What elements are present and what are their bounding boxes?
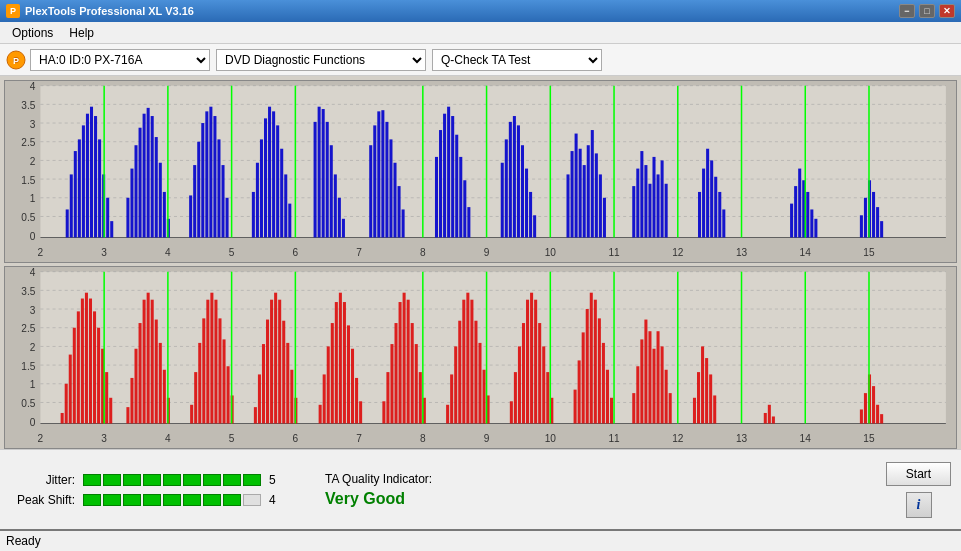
svg-rect-55: [151, 116, 154, 237]
svg-rect-57: [159, 163, 162, 238]
svg-rect-306: [657, 331, 660, 423]
svg-rect-131: [657, 174, 660, 237]
svg-rect-254: [351, 349, 354, 424]
jitter-segment-8: [243, 474, 261, 486]
svg-text:5: 5: [229, 431, 235, 444]
svg-rect-80: [314, 122, 317, 238]
svg-rect-314: [709, 374, 712, 423]
svg-rect-225: [194, 372, 197, 423]
svg-rect-280: [514, 372, 517, 423]
svg-rect-266: [419, 372, 422, 423]
svg-rect-298: [606, 370, 609, 424]
svg-rect-86: [338, 198, 341, 238]
jitter-segment-1: [103, 474, 121, 486]
svg-rect-322: [872, 386, 875, 423]
menu-options[interactable]: Options: [4, 24, 61, 42]
svg-rect-217: [143, 300, 146, 424]
svg-text:2: 2: [38, 431, 44, 444]
svg-rect-235: [254, 407, 257, 423]
svg-rect-305: [652, 349, 655, 424]
svg-rect-85: [334, 174, 337, 237]
svg-rect-108: [509, 122, 512, 238]
info-button[interactable]: i: [906, 492, 932, 518]
svg-rect-100: [447, 107, 450, 238]
title-bar-controls[interactable]: − □ ✕: [899, 4, 955, 18]
status-bar: Ready: [0, 529, 961, 551]
svg-rect-124: [603, 198, 606, 238]
menu-help[interactable]: Help: [61, 24, 102, 42]
svg-rect-287: [542, 346, 545, 423]
svg-rect-219: [151, 300, 154, 424]
test-select[interactable]: Q-Check TA Test: [432, 49, 602, 71]
svg-rect-113: [529, 192, 532, 238]
svg-rect-269: [450, 374, 453, 423]
top-chart-svg: 4 3.5 3 2.5 2 1.5 1 0.5 0 2 3 4 5 6 7 8 …: [5, 81, 956, 262]
svg-text:P: P: [13, 56, 19, 66]
svg-rect-295: [594, 300, 597, 424]
start-button[interactable]: Start: [886, 462, 951, 486]
svg-rect-271: [458, 321, 461, 424]
svg-rect-236: [258, 374, 261, 423]
jitter-segment-5: [183, 474, 201, 486]
svg-text:6: 6: [293, 245, 299, 258]
svg-rect-79: [288, 204, 291, 238]
close-button[interactable]: ✕: [939, 4, 955, 18]
svg-text:5: 5: [229, 245, 235, 258]
svg-rect-227: [202, 318, 205, 423]
drive-select[interactable]: HA:0 ID:0 PX-716A: [30, 49, 210, 71]
svg-rect-297: [602, 343, 605, 424]
svg-rect-207: [89, 299, 92, 424]
svg-rect-40: [78, 139, 81, 237]
svg-rect-132: [661, 160, 664, 237]
svg-rect-205: [81, 299, 84, 424]
bottom-bar: Jitter: 5 Peak Shift: 4 TA Quality Indic…: [0, 449, 961, 529]
svg-rect-142: [794, 186, 797, 237]
svg-text:2: 2: [38, 245, 44, 258]
svg-rect-103: [459, 157, 462, 238]
info-icon: i: [917, 497, 921, 513]
svg-rect-200: [61, 413, 64, 424]
svg-rect-94: [393, 163, 396, 238]
svg-rect-212: [109, 398, 112, 424]
svg-text:1.5: 1.5: [21, 359, 35, 372]
svg-rect-231: [218, 318, 221, 423]
svg-rect-233: [227, 366, 230, 423]
svg-rect-38: [70, 174, 73, 237]
svg-text:13: 13: [736, 245, 747, 258]
svg-rect-279: [510, 401, 513, 423]
title-bar-left: P PlexTools Professional XL V3.16: [6, 4, 194, 18]
svg-rect-105: [467, 207, 470, 237]
svg-text:14: 14: [800, 431, 811, 444]
svg-rect-48: [110, 221, 113, 237]
menu-bar: Options Help: [0, 22, 961, 44]
peak-shift-segment-1: [103, 494, 121, 506]
svg-text:10: 10: [545, 245, 556, 258]
svg-rect-216: [139, 323, 142, 423]
svg-rect-44: [94, 116, 97, 237]
svg-text:1: 1: [30, 192, 36, 205]
maximize-button[interactable]: □: [919, 4, 935, 18]
svg-rect-117: [575, 134, 578, 238]
function-select[interactable]: DVD Diagnostic Functions: [216, 49, 426, 71]
svg-rect-135: [702, 169, 705, 238]
svg-rect-276: [478, 343, 481, 424]
svg-rect-260: [395, 323, 398, 423]
svg-rect-42: [86, 114, 89, 238]
peak-shift-segment-3: [143, 494, 161, 506]
minimize-button[interactable]: −: [899, 4, 915, 18]
metrics-left: Jitter: 5 Peak Shift: 4: [10, 473, 285, 507]
svg-rect-76: [276, 125, 279, 237]
svg-rect-139: [718, 192, 721, 238]
svg-rect-300: [632, 393, 635, 423]
jitter-row: Jitter: 5: [10, 473, 285, 487]
svg-rect-148: [860, 215, 863, 237]
svg-text:0.5: 0.5: [21, 210, 35, 223]
svg-text:7: 7: [356, 431, 362, 444]
app-icon: P: [6, 4, 20, 18]
svg-rect-320: [864, 393, 867, 423]
svg-rect-324: [880, 414, 883, 423]
svg-text:12: 12: [672, 245, 683, 258]
peak-shift-segment-5: [183, 494, 201, 506]
svg-text:15: 15: [863, 431, 874, 444]
peak-shift-segment-7: [223, 494, 241, 506]
